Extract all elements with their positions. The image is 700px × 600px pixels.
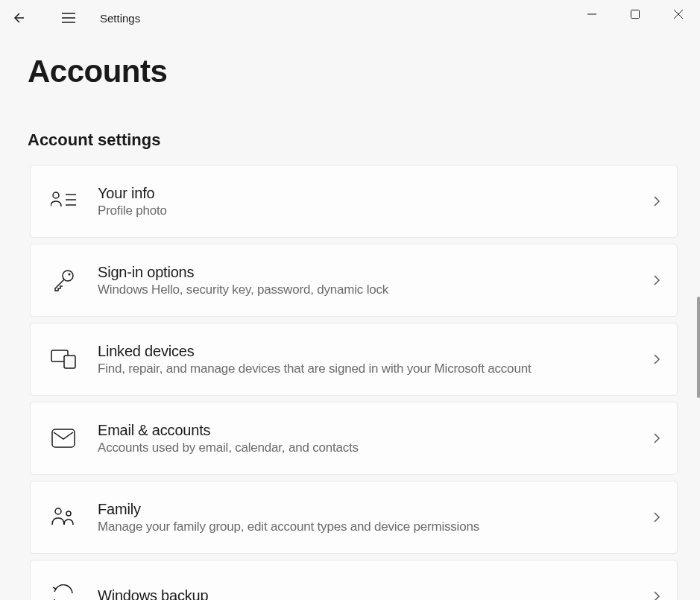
- maximize-icon: [631, 10, 640, 19]
- setting-item-family[interactable]: Family Manage your family group, edit ac…: [30, 481, 678, 554]
- svg-point-12: [69, 274, 71, 276]
- svg-rect-14: [64, 356, 75, 368]
- item-subtitle: Manage your family group, edit account t…: [98, 520, 653, 534]
- setting-item-windows-backup[interactable]: Windows backup: [30, 560, 678, 600]
- titlebar: Settings: [0, 0, 700, 36]
- chevron-right-icon: [653, 432, 660, 444]
- item-subtitle: Accounts used by email, calendar, and co…: [98, 440, 653, 455]
- item-text: Family Manage your family group, edit ac…: [98, 501, 653, 534]
- setting-item-sign-in-options[interactable]: Sign-in options Windows Hello, security …: [30, 244, 678, 317]
- minimize-button[interactable]: [570, 0, 614, 28]
- backup-sync-icon: [50, 583, 77, 600]
- maximize-button[interactable]: [614, 0, 657, 28]
- item-title: Windows backup: [98, 587, 653, 601]
- chevron-right-icon: [653, 353, 660, 365]
- back-arrow-icon: [10, 10, 25, 25]
- setting-item-your-info[interactable]: Your info Profile photo: [30, 165, 678, 238]
- family-icon: [50, 504, 77, 531]
- item-subtitle: Profile photo: [98, 203, 653, 218]
- devices-icon: [50, 346, 77, 373]
- settings-items-container: Your info Profile photo Sign-in options …: [0, 165, 700, 600]
- chevron-right-icon: [653, 195, 660, 207]
- close-button[interactable]: [657, 0, 700, 28]
- item-text: Windows backup: [98, 587, 653, 601]
- svg-point-7: [53, 192, 59, 198]
- item-text: Email & accounts Accounts used by email,…: [98, 422, 653, 455]
- svg-point-16: [55, 508, 61, 514]
- scrollbar[interactable]: [697, 297, 700, 398]
- item-text: Linked devices Find, repair, and manage …: [98, 343, 653, 376]
- setting-item-linked-devices[interactable]: Linked devices Find, repair, and manage …: [30, 323, 678, 396]
- page-title: Accounts: [28, 54, 700, 89]
- item-subtitle: Find, repair, and manage devices that ar…: [98, 361, 653, 376]
- svg-rect-4: [631, 10, 640, 19]
- window-controls: [570, 0, 700, 28]
- setting-item-email-accounts[interactable]: Email & accounts Accounts used by email,…: [30, 402, 678, 475]
- chevron-right-icon: [653, 590, 660, 600]
- mail-icon: [50, 425, 77, 452]
- item-text: Your info Profile photo: [98, 185, 653, 218]
- item-title: Your info: [98, 185, 653, 202]
- key-icon: [50, 267, 77, 294]
- person-list-icon: [50, 188, 77, 215]
- svg-rect-15: [52, 429, 75, 447]
- menu-button[interactable]: [51, 0, 86, 36]
- back-button[interactable]: [0, 0, 36, 36]
- app-title: Settings: [100, 12, 140, 25]
- chevron-right-icon: [653, 511, 660, 523]
- item-text: Sign-in options Windows Hello, security …: [98, 264, 653, 297]
- item-title: Email & accounts: [98, 422, 653, 439]
- item-title: Family: [98, 501, 653, 518]
- svg-point-11: [63, 271, 73, 281]
- minimize-icon: [587, 10, 596, 19]
- svg-point-17: [66, 511, 71, 516]
- item-title: Linked devices: [98, 343, 653, 360]
- item-subtitle: Windows Hello, security key, password, d…: [98, 282, 653, 297]
- item-title: Sign-in options: [98, 264, 653, 281]
- close-icon: [674, 10, 683, 19]
- section-title: Account settings: [28, 130, 700, 150]
- hamburger-icon: [62, 13, 75, 23]
- chevron-right-icon: [653, 274, 660, 286]
